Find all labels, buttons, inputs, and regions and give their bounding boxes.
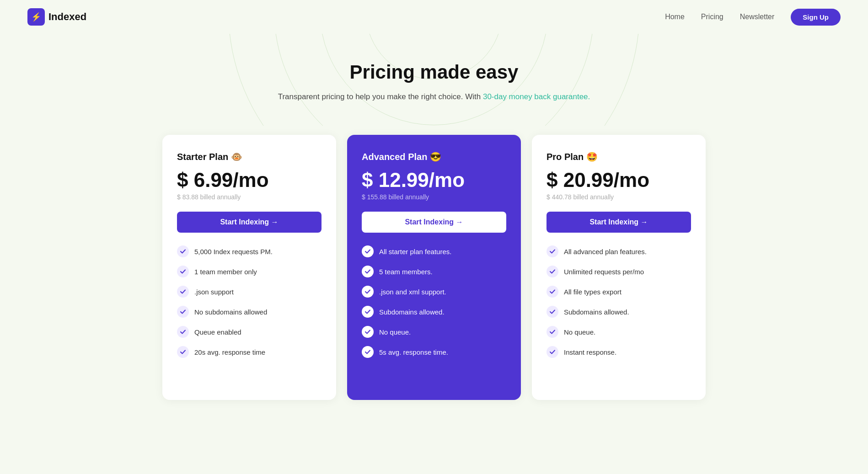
- check-icon: [547, 245, 558, 257]
- check-icon: [177, 346, 189, 358]
- check-icon: [362, 286, 374, 298]
- feature-item: Instant response.: [547, 346, 691, 358]
- plan-name: Pro Plan 🤩: [547, 151, 691, 162]
- logo-text: Indexed: [48, 11, 86, 23]
- feature-item: Subdomains allowed.: [362, 306, 506, 318]
- feature-text: No queue.: [379, 328, 411, 336]
- feature-item: No subdomains allowed: [177, 306, 321, 318]
- signup-button[interactable]: Sign Up: [791, 9, 841, 26]
- feature-text: .json support: [194, 288, 234, 296]
- plan-name: Starter Plan 🐵: [177, 151, 321, 162]
- plan-name: Advanced Plan 😎: [362, 151, 506, 162]
- plan-price: $ 12.99/mo: [362, 169, 506, 192]
- plan-billing: $ 440.78 billed annually: [547, 193, 691, 201]
- plan-billing: $ 83.88 billed annually: [177, 193, 321, 201]
- nav-home[interactable]: Home: [665, 13, 685, 21]
- check-icon: [547, 286, 558, 298]
- feature-text: 20s avg. response time: [194, 348, 265, 356]
- feature-item: All starter plan features.: [362, 245, 506, 257]
- check-icon: [547, 266, 558, 277]
- feature-list: 5,000 Index requests PM. 1 team member o…: [177, 245, 321, 358]
- feature-item: Subdomains allowed.: [547, 306, 691, 318]
- feature-text: All advanced plan features.: [564, 248, 647, 256]
- check-icon: [362, 346, 374, 358]
- feature-text: Subdomains allowed.: [564, 308, 629, 316]
- feature-text: Queue enabled: [194, 328, 241, 336]
- check-icon: [177, 326, 189, 338]
- feature-text: .json and xml support.: [379, 288, 446, 296]
- pricing-section: Starter Plan 🐵 $ 6.99/mo $ 83.88 billed …: [0, 126, 868, 427]
- feature-item: Unlimited requests per/mo: [547, 266, 691, 277]
- start-indexing-button[interactable]: Start Indexing →: [547, 212, 691, 233]
- nav-pricing[interactable]: Pricing: [701, 13, 723, 21]
- feature-item: No queue.: [547, 326, 691, 338]
- hero-title: Pricing made easy: [9, 61, 859, 83]
- check-icon: [177, 266, 189, 277]
- feature-item: 5,000 Index requests PM.: [177, 245, 321, 257]
- logo-icon: ⚡: [27, 8, 45, 26]
- plan-card-0: Starter Plan 🐵 $ 6.99/mo $ 83.88 billed …: [162, 135, 336, 400]
- hero-section: Pricing made easy Transparent pricing to…: [0, 34, 868, 126]
- check-icon: [177, 245, 189, 257]
- feature-item: .json support: [177, 286, 321, 298]
- feature-text: No subdomains allowed: [194, 308, 267, 316]
- feature-item: 5 team members.: [362, 266, 506, 277]
- check-icon: [362, 306, 374, 318]
- feature-list: All advanced plan features. Unlimited re…: [547, 245, 691, 358]
- plan-card-2: Pro Plan 🤩 $ 20.99/mo $ 440.78 billed an…: [532, 135, 706, 400]
- feature-item: 5s avg. response time.: [362, 346, 506, 358]
- feature-text: Unlimited requests per/mo: [564, 268, 644, 276]
- start-indexing-button[interactable]: Start Indexing →: [362, 212, 506, 233]
- nav-newsletter[interactable]: Newsletter: [740, 13, 775, 21]
- plan-price: $ 20.99/mo: [547, 169, 691, 192]
- check-icon: [547, 346, 558, 358]
- check-icon: [547, 326, 558, 338]
- feature-item: Queue enabled: [177, 326, 321, 338]
- plan-billing: $ 155.88 billed annually: [362, 193, 506, 201]
- feature-item: All advanced plan features.: [547, 245, 691, 257]
- plan-price: $ 6.99/mo: [177, 169, 321, 192]
- check-icon: [362, 245, 374, 257]
- feature-text: 5,000 Index requests PM.: [194, 248, 273, 256]
- check-icon: [177, 286, 189, 298]
- check-icon: [362, 266, 374, 277]
- feature-item: .json and xml support.: [362, 286, 506, 298]
- feature-list: All starter plan features. 5 team member…: [362, 245, 506, 358]
- nav-links: Home Pricing Newsletter Sign Up: [665, 9, 841, 26]
- hero-subtitle: Transparent pricing to help you make the…: [9, 91, 859, 103]
- feature-item: 1 team member only: [177, 266, 321, 277]
- guarantee-link[interactable]: 30-day money back guarantee.: [483, 92, 590, 101]
- plan-card-1: Advanced Plan 😎 $ 12.99/mo $ 155.88 bill…: [347, 135, 521, 400]
- feature-text: Subdomains allowed.: [379, 308, 445, 316]
- start-indexing-button[interactable]: Start Indexing →: [177, 212, 321, 233]
- feature-item: No queue.: [362, 326, 506, 338]
- feature-item: 20s avg. response time: [177, 346, 321, 358]
- feature-text: All file types export: [564, 288, 622, 296]
- check-icon: [547, 306, 558, 318]
- check-icon: [362, 326, 374, 338]
- feature-text: 5 team members.: [379, 268, 433, 276]
- logo[interactable]: ⚡ Indexed: [27, 8, 86, 26]
- feature-text: Instant response.: [564, 348, 616, 356]
- check-icon: [177, 306, 189, 318]
- feature-text: All starter plan features.: [379, 248, 451, 256]
- feature-item: All file types export: [547, 286, 691, 298]
- feature-text: 1 team member only: [194, 268, 257, 276]
- feature-text: No queue.: [564, 328, 595, 336]
- navbar: ⚡ Indexed Home Pricing Newsletter Sign U…: [0, 0, 868, 34]
- feature-text: 5s avg. response time.: [379, 348, 448, 356]
